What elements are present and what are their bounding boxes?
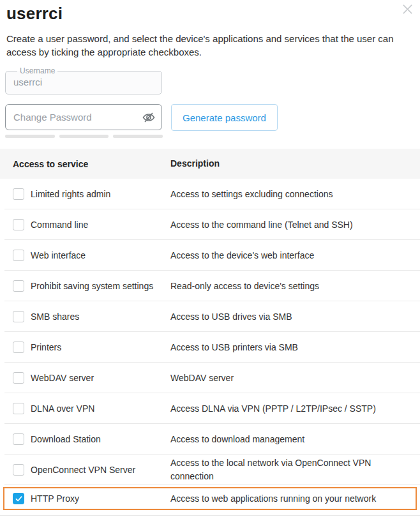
column-header-description: Description (170, 157, 420, 170)
column-header-service: Access to service (0, 159, 170, 169)
table-row: Prohibit saving system settings Read-onl… (0, 271, 420, 301)
password-input[interactable] (5, 104, 162, 130)
service-checkbox[interactable] (13, 280, 24, 292)
service-label: OpenConnect VPN Server (31, 465, 135, 475)
table-row: Command line Access to the command line … (0, 209, 420, 240)
service-label: Web interface (31, 250, 86, 260)
service-checkbox[interactable] (13, 188, 24, 200)
service-cell: Printers (0, 342, 170, 353)
service-table-body: Limited rights admin Access to settings … (0, 179, 420, 510)
service-cell: Download Station (0, 433, 170, 445)
password-strength-bar (59, 135, 109, 138)
dialog-description: Create a user password, and select the d… (6, 32, 414, 59)
service-checkbox[interactable] (13, 250, 24, 261)
service-checkbox[interactable] (13, 493, 24, 504)
service-checkbox[interactable] (13, 342, 24, 353)
eye-slash-icon (142, 117, 156, 126)
password-row: Generate password (5, 104, 420, 131)
service-label: Download Station (31, 434, 101, 444)
close-button[interactable] (400, 3, 415, 18)
service-checkbox[interactable] (13, 403, 24, 414)
service-label: WebDAV server (31, 373, 94, 383)
username-input (13, 76, 154, 87)
service-cell: SMB shares (0, 311, 170, 322)
service-checkbox[interactable] (13, 219, 24, 230)
service-description: Access to settings excluding connections (170, 188, 420, 201)
password-field-group (5, 104, 162, 130)
table-row: SMB shares Access to USB drives via SMB (0, 301, 420, 332)
table-row: HTTP Proxy Access to web applications ru… (3, 487, 417, 510)
check-icon (15, 495, 23, 503)
dialog-header: userrci (0, 0, 420, 24)
table-row: Printers Access to USB printers via SMB (0, 332, 420, 363)
service-checkbox[interactable] (13, 464, 24, 476)
table-row: Web interface Access to the device's web… (0, 240, 420, 271)
table-row: OpenConnect VPN Server Access to the loc… (0, 455, 420, 485)
service-label: Limited rights admin (31, 189, 110, 199)
service-cell: HTTP Proxy (4, 493, 170, 504)
service-cell: OpenConnect VPN Server (0, 464, 170, 476)
password-strength-meter (5, 135, 163, 138)
service-description: Access to the device's web interface (170, 249, 420, 262)
service-cell: Command line (0, 219, 170, 230)
service-label: Prohibit saving system settings (31, 281, 153, 291)
close-icon (402, 4, 413, 17)
table-row: Download Station Access to download mana… (0, 424, 420, 455)
service-cell: Web interface (0, 250, 170, 261)
password-strength-bar (5, 135, 55, 138)
table-row: Limited rights admin Access to settings … (0, 179, 420, 209)
service-checkbox[interactable] (13, 311, 24, 322)
table-row: WebDAV server WebDAV server (0, 363, 420, 393)
service-label: SMB shares (31, 312, 79, 322)
password-strength-bar (113, 135, 163, 138)
username-field-group: Username (5, 66, 162, 94)
service-label: Printers (31, 342, 61, 352)
service-description: WebDAV server (170, 372, 420, 385)
service-label: DLNA over VPN (31, 403, 94, 414)
service-description: Access to USB drives via SMB (170, 310, 420, 324)
service-description: Access to the command line (Telnet and S… (170, 218, 420, 232)
service-description: Access to the local network via OpenConn… (170, 456, 420, 483)
service-cell: DLNA over VPN (0, 403, 170, 414)
service-label: HTTP Proxy (31, 493, 79, 504)
service-checkbox[interactable] (13, 372, 24, 384)
password-visibility-toggle[interactable] (142, 110, 156, 124)
generate-password-button[interactable]: Generate password (171, 104, 278, 131)
service-cell: Prohibit saving system settings (0, 280, 170, 292)
service-description: Access to download management (170, 433, 420, 446)
service-description: Access DLNA via VPN (PPTP / L2TP/IPsec /… (170, 402, 420, 416)
service-description: Access to web applications running on yo… (170, 492, 416, 506)
credentials-form: Username Generate password (5, 66, 420, 138)
service-checkbox[interactable] (13, 433, 24, 445)
username-field-label: Username (17, 66, 57, 75)
service-description: Access to USB printers via SMB (170, 341, 420, 354)
table-bottom-divider (0, 515, 420, 516)
page-title: userrci (6, 4, 414, 24)
table-row: DLNA over VPN Access DLNA via VPN (PPTP … (0, 393, 420, 424)
service-access-table: Access to service Description Limited ri… (0, 149, 420, 516)
table-header: Access to service Description (0, 149, 420, 179)
service-description: Read-only access to device's settings (170, 280, 420, 293)
user-settings-dialog: userrci Create a user password, and sele… (0, 0, 420, 526)
service-cell: Limited rights admin (0, 188, 170, 200)
service-label: Command line (31, 220, 88, 230)
service-cell: WebDAV server (0, 372, 170, 384)
